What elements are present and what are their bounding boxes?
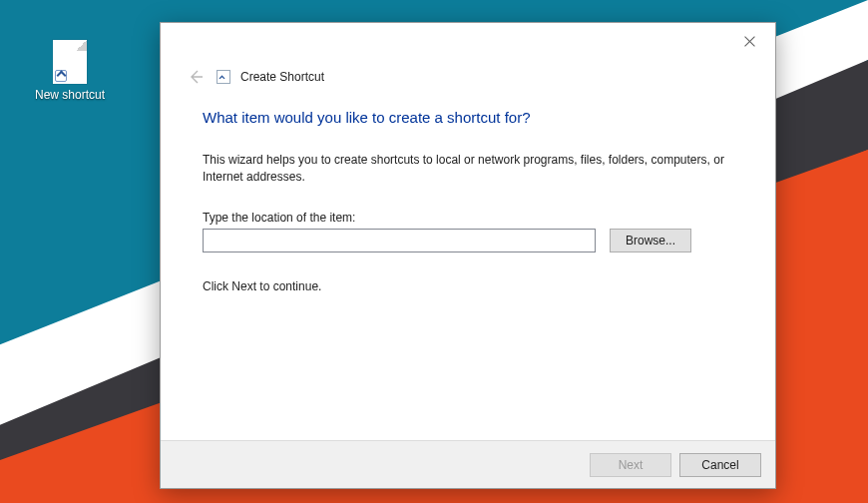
next-button: Next [590, 453, 671, 477]
shortcut-small-icon [217, 70, 230, 84]
dialog-header: Create Shortcut [161, 59, 775, 91]
back-button [185, 66, 207, 88]
desktop-shortcut-icon[interactable]: New shortcut [30, 40, 110, 102]
location-input[interactable] [203, 229, 596, 252]
close-button[interactable] [729, 27, 769, 55]
shortcut-file-icon [53, 40, 87, 84]
browse-button[interactable]: Browse... [610, 229, 691, 252]
dialog-heading: What item would you like to create a sho… [203, 109, 733, 126]
shortcut-overlay-arrow-icon [55, 70, 67, 82]
dialog-title: Create Shortcut [240, 70, 324, 84]
cancel-button[interactable]: Cancel [679, 453, 761, 477]
location-row: Browse... [203, 229, 733, 252]
dialog-body: What item would you like to create a sho… [161, 91, 775, 440]
create-shortcut-dialog: Create Shortcut What item would you like… [160, 22, 776, 489]
back-arrow-icon [188, 69, 204, 85]
location-label: Type the location of the item: [203, 211, 733, 225]
close-icon [744, 36, 755, 47]
dialog-footer: Next Cancel [161, 440, 775, 488]
dialog-description: This wizard helps you to create shortcut… [203, 152, 733, 187]
desktop-icon-label: New shortcut [30, 88, 110, 102]
dialog-titlebar [161, 23, 775, 59]
continue-hint: Click Next to continue. [203, 278, 733, 295]
